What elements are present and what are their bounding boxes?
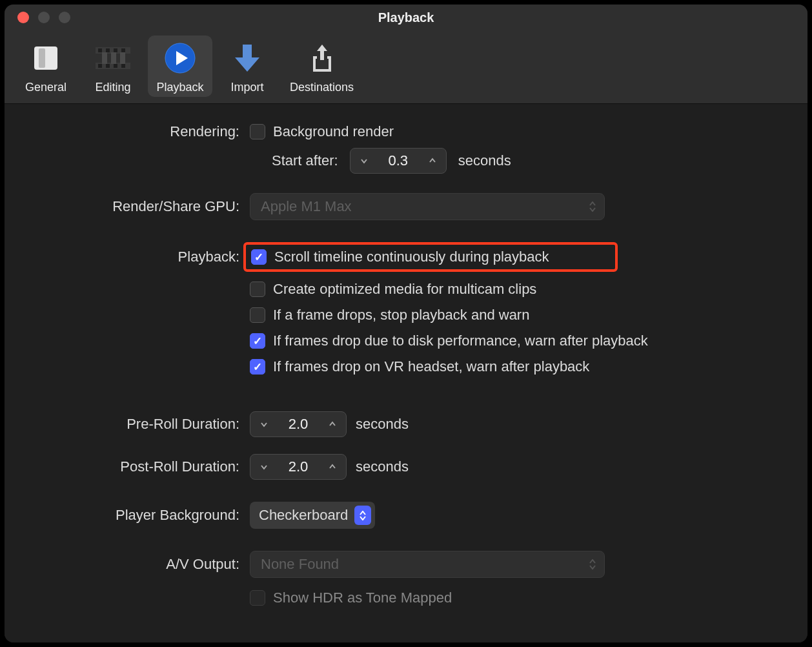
player-bg-popup[interactable]: Checkerboard: [250, 502, 375, 529]
preroll-value: 2.0: [278, 416, 319, 433]
tab-label: Playback: [156, 81, 203, 94]
minimize-window-button[interactable]: [38, 12, 50, 23]
start-after-value: 0.3: [378, 152, 419, 169]
updown-icon: [589, 201, 596, 212]
hdr-label: Show HDR as Tone Mapped: [273, 590, 452, 606]
background-render-checkbox[interactable]: [250, 124, 265, 139]
gpu-value: Apple M1 Max: [261, 198, 352, 215]
create-optimized-checkbox[interactable]: [250, 282, 265, 297]
gpu-select: Apple M1 Max: [250, 193, 605, 220]
stepper-increment[interactable]: [319, 455, 346, 479]
frames-vr-warn-label: If frames drop on VR headset, warn after…: [273, 358, 589, 375]
start-after-label: Start after:: [272, 152, 338, 169]
av-output-select: None Found: [250, 551, 605, 578]
tab-destinations[interactable]: Destinations: [282, 36, 361, 97]
tab-label: Editing: [95, 81, 130, 94]
close-window-button[interactable]: [17, 12, 29, 23]
background-render-label: Background render: [273, 123, 394, 140]
player-bg-label: Player Background:: [30, 507, 250, 524]
preferences-window: Playback General: [5, 5, 807, 642]
updown-icon: [354, 506, 371, 525]
tab-playback[interactable]: Playback: [148, 36, 212, 97]
svg-rect-6: [114, 48, 117, 52]
svg-rect-14: [120, 52, 125, 64]
svg-rect-10: [114, 64, 117, 68]
window-title: Playback: [5, 10, 807, 25]
rendering-label: Rendering:: [30, 123, 250, 140]
gpu-label: Render/Share GPU:: [30, 198, 250, 215]
playback-label: Playback:: [30, 242, 250, 265]
svg-rect-4: [98, 48, 102, 52]
content-area: Rendering: Background render Start after…: [5, 104, 807, 642]
preroll-label: Pre-Roll Duration:: [30, 416, 250, 433]
svg-rect-11: [121, 64, 125, 68]
download-arrow-icon: [228, 39, 266, 77]
player-bg-value: Checkerboard: [259, 507, 348, 524]
updown-icon: [589, 559, 596, 570]
traffic-lights: [5, 12, 70, 23]
preroll-stepper[interactable]: 2.0: [250, 411, 347, 437]
filmstrip-icon: [94, 39, 132, 77]
stepper-increment[interactable]: [419, 149, 446, 173]
svg-rect-8: [98, 64, 102, 68]
svg-rect-5: [106, 48, 110, 52]
create-optimized-label: Create optimized media for multicam clip…: [273, 281, 536, 298]
postroll-unit: seconds: [356, 458, 409, 475]
tab-import[interactable]: Import: [215, 36, 279, 97]
svg-rect-12: [102, 52, 107, 64]
stepper-decrement[interactable]: [250, 455, 278, 479]
svg-rect-13: [111, 52, 116, 64]
titlebar: Playback: [5, 5, 807, 30]
share-icon: [303, 39, 341, 77]
tab-label: General: [25, 81, 66, 94]
frame-drop-stop-checkbox[interactable]: [250, 307, 265, 323]
svg-rect-1: [39, 48, 45, 68]
tab-general[interactable]: General: [14, 36, 78, 97]
switch-icon: [27, 39, 65, 77]
scroll-timeline-label: Scroll timeline continuously during play…: [274, 249, 549, 265]
stepper-decrement[interactable]: [350, 149, 378, 173]
frames-disk-warn-label: If frames drop due to disk performance, …: [273, 333, 648, 349]
postroll-label: Post-Roll Duration:: [30, 458, 250, 475]
postroll-value: 2.0: [278, 458, 319, 475]
av-output-value: None Found: [261, 556, 339, 573]
start-after-stepper[interactable]: 0.3: [350, 148, 447, 174]
toolbar: General: [5, 30, 807, 104]
preroll-unit: seconds: [356, 416, 409, 433]
frames-disk-warn-checkbox[interactable]: [250, 333, 265, 349]
frames-vr-warn-checkbox[interactable]: [250, 359, 265, 375]
highlight-box: Scroll timeline continuously during play…: [243, 242, 618, 272]
svg-rect-7: [121, 48, 125, 52]
tab-editing[interactable]: Editing: [81, 36, 145, 97]
zoom-window-button[interactable]: [59, 12, 70, 23]
tab-label: Import: [230, 81, 263, 94]
stepper-decrement[interactable]: [250, 412, 278, 436]
scroll-timeline-checkbox[interactable]: [251, 249, 267, 265]
stepper-increment[interactable]: [319, 412, 346, 436]
hdr-checkbox: [250, 590, 265, 606]
postroll-stepper[interactable]: 2.0: [250, 454, 347, 480]
svg-rect-9: [106, 64, 110, 68]
svg-rect-0: [34, 46, 57, 70]
frame-drop-stop-label: If a frame drops, stop playback and warn: [273, 307, 529, 324]
play-icon: [161, 39, 199, 77]
av-output-label: A/V Output:: [30, 556, 250, 573]
start-after-unit: seconds: [458, 152, 511, 169]
tab-label: Destinations: [290, 81, 354, 94]
